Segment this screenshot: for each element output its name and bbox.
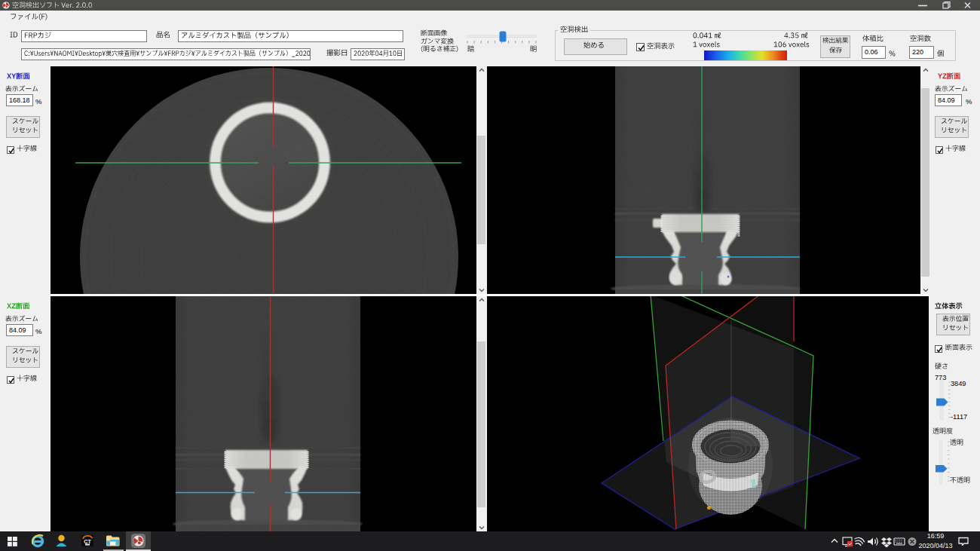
svg-text:CT: CT: [84, 539, 91, 544]
